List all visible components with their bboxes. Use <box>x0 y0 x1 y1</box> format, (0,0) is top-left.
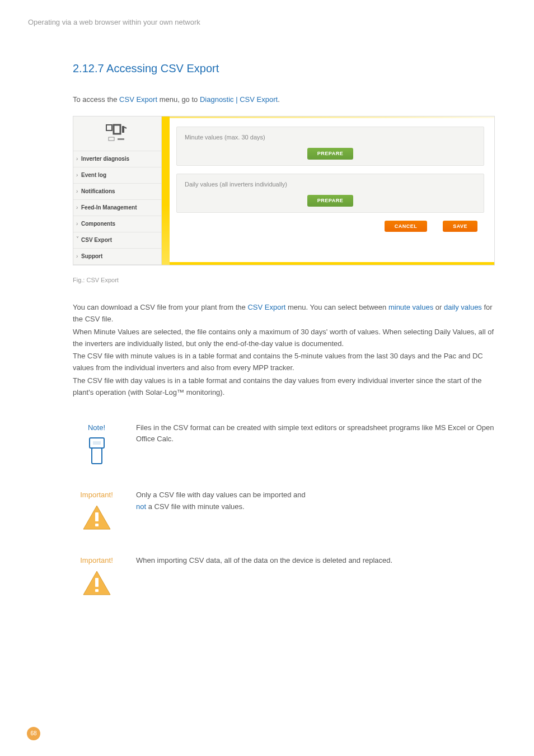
p1-pre: You can download a CSV file from your pl… <box>73 303 247 311</box>
screenshot-sidebar: Inverter diagnosis Event log Notificatio… <box>73 116 162 265</box>
sidebar-item-feed-in-management[interactable]: Feed-In Management <box>73 200 161 216</box>
imp1-line2: a CSV file with minute values. <box>146 502 245 511</box>
svg-rect-0 <box>106 125 112 130</box>
action-row: CANCEL SAVE <box>176 221 484 232</box>
screenshot-csv-export: Inverter diagnosis Event log Notificatio… <box>73 116 495 265</box>
imp1-line1: Only a CSV file with day values can be i… <box>136 491 306 499</box>
callout-important-2: Important! When importing CSV data, all … <box>73 555 495 597</box>
intro-line: To access the CSV Export menu, go to Dia… <box>73 94 495 106</box>
body-p3: The CSV file with minute values is in a … <box>73 351 495 374</box>
screenshot-main: Minute values (max. 30 days) PREPARE Dai… <box>162 116 494 265</box>
save-button[interactable]: SAVE <box>443 221 477 232</box>
svg-rect-7 <box>93 441 101 445</box>
p1-or: or <box>433 303 444 311</box>
intro-hl2: Diagnostic | CSV Export <box>200 95 278 104</box>
intro-hl1: CSV Export <box>119 95 157 104</box>
svg-rect-1 <box>114 125 120 134</box>
sidebar-item-event-log[interactable]: Event log <box>73 167 161 184</box>
body-p4: The CSV file with day values is in a tab… <box>73 375 495 399</box>
body-p2: When Minute Values are selected, the fil… <box>73 326 495 350</box>
intro-mid: menu, go to <box>157 95 200 104</box>
prepare-minute-button[interactable]: PREPARE <box>307 148 353 159</box>
note-text: Files in the CSV format can be created w… <box>136 422 495 446</box>
p1-hl1: CSV Export <box>247 303 285 311</box>
yellow-accent-bottom <box>170 262 494 265</box>
section-title: 2.12.7 Accessing CSV Export <box>73 59 495 77</box>
prepare-daily-button[interactable]: PREPARE <box>307 195 353 206</box>
panel-daily-title: Daily values (all inverters individually… <box>185 180 476 190</box>
figure-caption: Fig.: CSV Export <box>73 276 495 286</box>
imp1-hl: not <box>136 502 146 511</box>
sidebar-item-inverter-diagnosis[interactable]: Inverter diagnosis <box>73 151 161 167</box>
yellow-accent-top <box>170 116 494 118</box>
note-label: Note! <box>73 422 120 434</box>
important1-label: Important! <box>73 489 120 501</box>
svg-rect-4 <box>109 137 114 141</box>
body-p1: You can download a CSV file from your pl… <box>73 302 495 325</box>
panel-minute-values: Minute values (max. 30 days) PREPARE <box>176 127 484 166</box>
svg-rect-14 <box>95 589 99 592</box>
page-header: Operating via a web browser within your … <box>28 17 506 29</box>
logo-icon <box>105 124 130 143</box>
panel-minute-title: Minute values (max. 30 days) <box>185 133 476 143</box>
p1-mid: menu. You can select between <box>285 303 388 311</box>
intro-post: . <box>278 95 280 104</box>
intro-pre: To access the <box>73 95 119 104</box>
warning-icon <box>81 503 113 531</box>
svg-rect-2 <box>122 126 124 133</box>
sidebar-item-components[interactable]: Components <box>73 216 161 232</box>
p1-hl3: daily values <box>444 303 482 311</box>
screenshot-logo <box>73 116 161 151</box>
callout-note: Note! Files in the CSV format can be cre… <box>73 422 495 466</box>
svg-rect-10 <box>95 512 99 521</box>
warning-icon <box>81 569 113 597</box>
sidebar-item-support[interactable]: Support <box>73 249 161 265</box>
cancel-button[interactable]: CANCEL <box>385 221 428 232</box>
p1-hl2: minute values <box>388 303 433 311</box>
important1-body: Only a CSV file with day values can be i… <box>136 489 306 513</box>
callout-important-1: Important! Only a CSV file with day valu… <box>73 489 495 531</box>
important2-text: When importing CSV data, all of the data… <box>136 555 392 567</box>
note-icon <box>85 436 109 466</box>
svg-line-3 <box>124 127 127 128</box>
sidebar-item-notifications[interactable]: Notifications <box>73 184 161 200</box>
svg-rect-11 <box>95 524 99 526</box>
sidebar-item-csv-export[interactable]: CSV Export <box>73 232 161 249</box>
svg-rect-5 <box>118 138 124 140</box>
page-number: 68 <box>27 727 40 740</box>
panel-daily-values: Daily values (all inverters individually… <box>176 174 484 213</box>
important2-label: Important! <box>73 555 120 567</box>
yellow-accent-left <box>162 116 170 265</box>
svg-rect-13 <box>95 578 99 587</box>
svg-rect-8 <box>92 448 102 464</box>
